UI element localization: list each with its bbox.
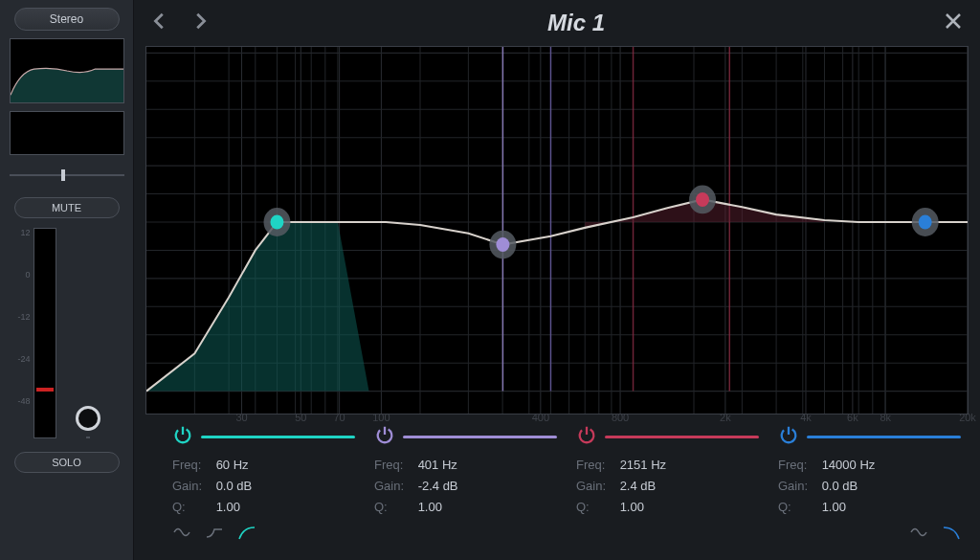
freq-value[interactable]: 60 Hz	[216, 458, 249, 472]
eq-band-2: Freq: 401 Hz Gain: -2.4 dB Q: 1.00	[365, 424, 567, 554]
q-label: Q:	[374, 497, 414, 518]
header: Mic 1	[134, 0, 980, 46]
solo-button[interactable]: SOLO	[14, 452, 120, 473]
shape-shelf-icon[interactable]	[205, 524, 224, 545]
svg-point-62	[919, 215, 932, 230]
q-label: Q:	[778, 497, 818, 518]
q-value[interactable]: 1.00	[216, 500, 240, 514]
xtick-label: 6k	[847, 412, 858, 423]
band-power-button[interactable]	[172, 424, 193, 449]
stereo-button[interactable]: Stereo	[14, 8, 120, 31]
xtick-label: 70	[334, 412, 345, 423]
freq-value[interactable]: 401 Hz	[418, 458, 457, 472]
gain-value[interactable]: 2.4 dB	[620, 479, 657, 493]
prev-channel-button[interactable]	[149, 11, 170, 35]
gain-value[interactable]: -2.4 dB	[418, 479, 458, 493]
shape-lowpass-icon[interactable]	[942, 524, 961, 545]
gain-label: Gain:	[576, 476, 616, 497]
q-label: Q:	[172, 497, 212, 518]
xtick-label: 4k	[800, 412, 812, 423]
eq-band-3: Freq: 2151 Hz Gain: 2.4 dB Q: 1.00	[567, 424, 768, 554]
freq-label: Freq:	[778, 455, 818, 476]
main-panel: Mic 1 3050701004008002k4k6k8k20k Freq: 6…	[134, 0, 980, 560]
shape-bell-icon[interactable]	[172, 524, 191, 545]
sidebar: Stereo MUTE 12 0 -12 -24 -48 SOLO	[0, 0, 134, 560]
band-power-button[interactable]	[778, 424, 799, 449]
meter-area: 12 0 -12 -24 -48	[14, 228, 120, 438]
eq-graph[interactable]: 3050701004008002k4k6k8k20k	[145, 46, 969, 414]
channel-title: Mic 1	[230, 10, 923, 36]
xtick-label: 50	[295, 412, 306, 423]
band-underline	[403, 436, 557, 438]
xtick-label: 30	[235, 412, 247, 423]
band-underline	[605, 436, 759, 438]
pan-slider[interactable]	[10, 167, 124, 184]
xtick-label: 800	[612, 412, 629, 423]
eq-band-controls: Freq: 60 Hz Gain: 0.0 dB Q: 1.00 Freq: 4…	[134, 414, 980, 560]
freq-label: Freq:	[374, 455, 414, 476]
eq-thumbnail[interactable]	[10, 38, 124, 103]
spectrum-thumbnail[interactable]	[10, 111, 124, 155]
freq-label: Freq:	[172, 455, 212, 476]
level-meter	[33, 228, 56, 438]
fader-knob[interactable]	[76, 406, 100, 431]
gain-label: Gain:	[778, 476, 818, 497]
band-power-button[interactable]	[374, 424, 395, 449]
eq-band-4: Freq: 14000 Hz Gain: 0.0 dB Q: 1.00	[768, 424, 970, 554]
xtick-label: 400	[532, 412, 549, 423]
freq-label: Freq:	[576, 455, 616, 476]
q-value[interactable]: 1.00	[418, 500, 442, 514]
eq-band-1: Freq: 60 Hz Gain: 0.0 dB Q: 1.00	[163, 424, 365, 554]
svg-point-56	[270, 215, 283, 230]
q-label: Q:	[576, 497, 616, 518]
shape-bell-icon[interactable]	[909, 524, 928, 545]
xtick-label: 2k	[720, 412, 731, 423]
freq-value[interactable]: 2151 Hz	[620, 458, 666, 472]
channel-fader[interactable]	[56, 437, 120, 438]
mute-button[interactable]: MUTE	[14, 197, 120, 218]
band-underline	[807, 436, 961, 438]
gain-value[interactable]: 0.0 dB	[216, 479, 253, 493]
xtick-label: 20k	[959, 412, 976, 423]
meter-scale: 12 0 -12 -24 -48	[14, 228, 33, 438]
xtick-label: 8k	[880, 412, 891, 423]
xtick-label: 100	[372, 412, 390, 423]
freq-value[interactable]: 14000 Hz	[822, 458, 876, 472]
shape-highpass-icon[interactable]	[237, 524, 256, 545]
gain-label: Gain:	[374, 476, 414, 497]
close-button[interactable]	[942, 10, 965, 36]
band-power-button[interactable]	[576, 424, 597, 449]
gain-label: Gain:	[172, 476, 212, 497]
next-channel-button[interactable]	[189, 11, 211, 35]
q-value[interactable]: 1.00	[822, 500, 846, 514]
q-value[interactable]: 1.00	[620, 500, 644, 514]
gain-value[interactable]: 0.0 dB	[822, 479, 858, 493]
svg-point-58	[496, 237, 509, 252]
svg-point-60	[696, 192, 709, 207]
band-underline	[201, 436, 355, 438]
